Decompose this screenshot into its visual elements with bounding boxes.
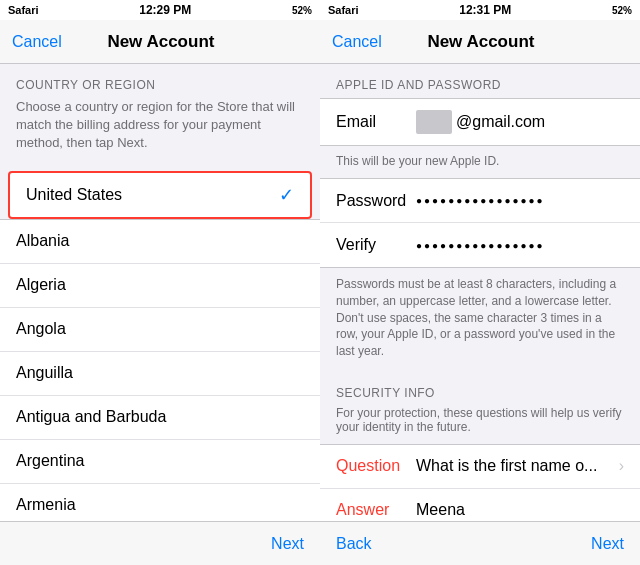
email-input-placeholder[interactable] bbox=[416, 110, 452, 134]
back-button-right[interactable]: Back bbox=[336, 535, 372, 553]
carrier-left: Safari bbox=[8, 4, 39, 16]
section-header-left: COUNTRY OR REGION bbox=[0, 64, 320, 98]
nav-bar-left: Cancel New Account bbox=[0, 20, 320, 64]
question1-label: Question bbox=[336, 457, 416, 475]
password-row[interactable]: Password ●●●●●●●●●●●●●●●● bbox=[320, 179, 640, 223]
countries-list[interactable]: Albania Algeria Angola Anguilla Antigua … bbox=[0, 219, 320, 521]
list-item[interactable]: Algeria bbox=[0, 264, 320, 308]
security-desc: For your protection, these questions wil… bbox=[320, 406, 640, 444]
status-bar-left: Safari 12:29 PM 52% bbox=[0, 0, 320, 20]
right-content: APPLE ID AND PASSWORD Email @gmail.com T… bbox=[320, 64, 640, 521]
verify-field[interactable]: ●●●●●●●●●●●●●●●● bbox=[416, 240, 624, 251]
right-screen: Safari 12:31 PM 52% Cancel New Account A… bbox=[320, 0, 640, 565]
bottom-bar-left: Next bbox=[0, 521, 320, 565]
status-bar-right: Safari 12:31 PM 52% bbox=[320, 0, 640, 20]
list-item[interactable]: Anguilla bbox=[0, 352, 320, 396]
nav-bar-right: Cancel New Account bbox=[320, 20, 640, 64]
email-hint: This will be your new Apple ID. bbox=[320, 146, 640, 178]
cancel-button-right[interactable]: Cancel bbox=[332, 33, 382, 51]
list-item[interactable]: Armenia bbox=[0, 484, 320, 521]
chevron-icon: › bbox=[619, 457, 624, 475]
list-item[interactable]: Antigua and Barbuda bbox=[0, 396, 320, 440]
section-desc-left: Choose a country or region for the Store… bbox=[0, 98, 320, 163]
bottom-actions: Back Next bbox=[336, 535, 624, 553]
battery-left: 52% bbox=[292, 5, 312, 16]
carrier-right: Safari bbox=[328, 4, 359, 16]
security-header: SECURITY INFO bbox=[320, 372, 640, 406]
answer-label: Answer bbox=[336, 501, 416, 519]
email-label: Email bbox=[336, 113, 416, 131]
email-field[interactable]: @gmail.com bbox=[416, 110, 624, 134]
bottom-bar-right: Back Next bbox=[320, 521, 640, 565]
verify-label: Verify bbox=[336, 236, 416, 254]
password-form: Password ●●●●●●●●●●●●●●●● Verify ●●●●●●●… bbox=[320, 178, 640, 268]
apple-id-header: APPLE ID AND PASSWORD bbox=[320, 64, 640, 98]
list-item[interactable]: Angola bbox=[0, 308, 320, 352]
answer-row[interactable]: Answer Meena bbox=[320, 489, 640, 521]
nav-title-right: New Account bbox=[382, 32, 580, 52]
password-label: Password bbox=[336, 192, 416, 210]
verify-row[interactable]: Verify ●●●●●●●●●●●●●●●● bbox=[320, 223, 640, 267]
next-button-right[interactable]: Next bbox=[591, 535, 624, 553]
question1-row[interactable]: Question What is the first name o... › bbox=[320, 445, 640, 489]
time-right: 12:31 PM bbox=[459, 3, 511, 17]
next-button-left[interactable]: Next bbox=[271, 535, 304, 553]
security-form: Question What is the first name o... › A… bbox=[320, 444, 640, 521]
email-row[interactable]: Email @gmail.com bbox=[320, 99, 640, 145]
selected-country-text: United States bbox=[26, 186, 122, 204]
checkmark-icon: ✓ bbox=[279, 184, 294, 206]
selected-country-item[interactable]: United States ✓ bbox=[8, 171, 312, 219]
password-field[interactable]: ●●●●●●●●●●●●●●●● bbox=[416, 195, 624, 206]
battery-right: 52% bbox=[612, 5, 632, 16]
password-hint: Passwords must be at least 8 characters,… bbox=[320, 268, 640, 372]
list-item[interactable]: Albania bbox=[0, 220, 320, 264]
left-screen: Safari 12:29 PM 52% Cancel New Account C… bbox=[0, 0, 320, 565]
email-suffix: @gmail.com bbox=[456, 113, 545, 131]
cancel-button-left[interactable]: Cancel bbox=[12, 33, 62, 51]
apple-id-form: Email @gmail.com bbox=[320, 98, 640, 146]
nav-title-left: New Account bbox=[62, 32, 260, 52]
answer-value: Meena bbox=[416, 501, 624, 519]
list-item[interactable]: Argentina bbox=[0, 440, 320, 484]
question1-value: What is the first name o... bbox=[416, 457, 619, 475]
time-left: 12:29 PM bbox=[139, 3, 191, 17]
